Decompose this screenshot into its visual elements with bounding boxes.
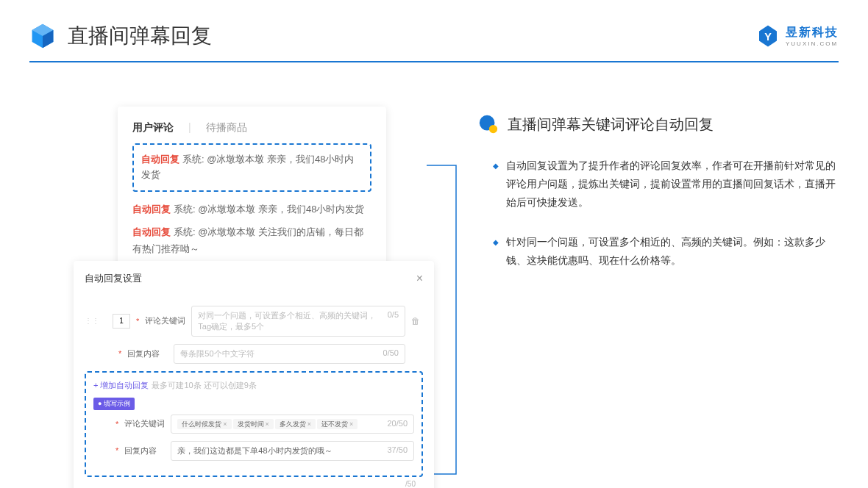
section-header: 直播间弹幕关键词评论自动回复 [478,114,839,134]
settings-panel: 自动回复设置 × ⋮⋮ 1 * 评论关键词 对同一个问题，可设置多个相近、高频的… [74,261,434,488]
page-title: 直播间弹幕回复 [68,22,212,50]
outer-count: /50 [85,477,423,488]
svg-point-2 [489,125,497,133]
example-content-input[interactable]: 亲，我们这边都是下单48小时内发货的哦～ 37/50 [171,441,414,461]
close-icon[interactable]: × [416,272,423,285]
tag-list: 什么时候发货×发货时间×多久发货×还不发货× [177,419,359,429]
brand-name: 昱新科技 [786,25,839,40]
content-label: 回复内容 [127,348,168,359]
section-title: 直播间弹幕关键词评论自动回复 [508,115,714,134]
highlighted-comment: 自动回复系统: @冰墩墩本墩 亲亲，我们48小时内发货 [132,143,371,192]
auto-reply-tag: 自动回复 [132,226,171,237]
example-badge: ● 填写示例 [93,398,135,410]
page-header: 直播间弹幕回复 Y 昱新科技 YUUXIN.COM [0,0,868,61]
comment-text: 系统: @冰墩墩本墩 亲亲，我们48小时内发货 [174,204,365,215]
tabs: 用户评论 | 待播商品 [132,121,371,134]
tag-chip[interactable]: 发货时间× [233,419,274,429]
brand-logo: Y 昱新科技 YUUXIN.COM [756,24,839,48]
bullet-list: 自动回复设置为了提升作者的评论回复效率，作者可在开播前针对常见的评论用户问题，提… [478,157,839,270]
auto-reply-tag: 自动回复 [141,154,179,165]
row-number: 1 [113,314,130,329]
cube-icon [29,23,56,49]
chat-bubble-icon [478,114,499,134]
required-dot: * [118,349,121,358]
tab-products[interactable]: 待播商品 [206,121,247,134]
add-auto-reply-link[interactable]: + 增加自动回复最多可建10条 还可以创建9条 [93,380,414,391]
comment-row: 自动回复系统: @冰墩墩本墩 关注我们的店铺，每日都有热门推荐呦～ [132,220,371,261]
example-keyword-row: * 评论关键词 什么时候发货×发货时间×多久发货×还不发货× 20/50 [93,415,414,434]
tag-chip[interactable]: 什么时候发货× [177,419,231,429]
keyword-row: ⋮⋮ 1 * 评论关键词 对同一个问题，可设置多个相近、高频的关键词，Tag确定… [85,306,423,337]
example-content-row: * 回复内容 亲，我们这边都是下单48小时内发货的哦～ 37/50 [93,441,414,461]
auto-reply-tag: 自动回复 [132,204,171,215]
example-section: + 增加自动回复最多可建10条 还可以创建9条 ● 填写示例 * 评论关键词 什… [85,371,423,477]
tag-chip[interactable]: 还不发货× [317,419,357,429]
comment-panel: 用户评论 | 待播商品 自动回复系统: @冰墩墩本墩 亲亲，我们48小时内发货 … [118,107,386,276]
bullet-item: 自动回复设置为了提升作者的评论回复效率，作者可在开播前针对常见的评论用户问题，提… [493,157,839,212]
comment-row: 自动回复系统: @冰墩墩本墩 亲亲，我们48小时内发货 [132,198,371,220]
tab-separator: | [188,121,191,134]
delete-icon[interactable]: 🗑 [411,316,423,326]
description-column: 直播间弹幕关键词评论自动回复 自动回复设置为了提升作者的评论回复效率，作者可在开… [478,107,839,488]
svg-text:Y: Y [764,31,772,43]
screenshot-mock: 用户评论 | 待播商品 自动回复系统: @冰墩墩本墩 亲亲，我们48小时内发货 … [74,107,434,488]
settings-title: 自动回复设置 [85,272,142,285]
tab-user-comments[interactable]: 用户评论 [132,121,174,134]
tag-chip[interactable]: 多久发货× [275,419,316,429]
keyword-label: 评论关键词 [145,315,185,326]
keyword-input[interactable]: 对同一个问题，可设置多个相近、高频的关键词，Tag确定，最多5个 0/5 [191,306,405,337]
example-keyword-input[interactable]: 什么时候发货×发货时间×多久发货×还不发货× 20/50 [171,415,414,434]
content-input[interactable]: 每条限50个中文字符 0/50 [174,344,405,364]
required-dot: * [136,317,139,326]
content-row: * 回复内容 每条限50个中文字符 0/50 [85,344,423,364]
brand-icon: Y [756,24,780,48]
brand-sub: YUUXIN.COM [786,40,839,47]
bullet-item: 针对同一个问题，可设置多个相近的、高频的关键词。例如：这款多少钱、这块能优惠吗、… [493,233,839,270]
